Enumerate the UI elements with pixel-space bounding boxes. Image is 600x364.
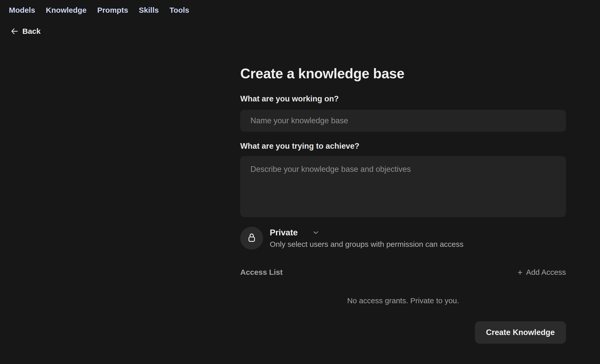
page-title: Create a knowledge base [240,65,566,82]
visibility-avatar [240,227,263,250]
nav-item-tools[interactable]: Tools [169,6,189,15]
chevron-down-icon [312,229,320,236]
add-access-button[interactable]: + Add Access [517,267,566,277]
top-nav: Models Knowledge Prompts Skills Tools [9,6,189,15]
visibility-dropdown-trigger[interactable]: Private [270,227,463,238]
create-knowledge-form: Create a knowledge base What are you wor… [240,65,566,344]
knowledge-base-description-input[interactable] [240,156,566,217]
visibility-selector: Private Only select users and groups wit… [240,227,566,250]
access-list-label: Access List [240,267,283,277]
nav-item-prompts[interactable]: Prompts [97,6,128,15]
description-field-label: What are you trying to achieve? [240,141,566,151]
access-empty-state: No access grants. Private to you. [240,296,566,306]
arrow-left-icon [10,27,19,36]
nav-item-models[interactable]: Models [9,6,35,15]
visibility-value: Private [270,227,298,238]
lock-icon [246,232,257,244]
nav-item-skills[interactable]: Skills [139,6,159,15]
create-knowledge-button[interactable]: Create Knowledge [475,321,566,344]
plus-icon: + [517,268,522,277]
back-label: Back [22,26,41,36]
visibility-description: Only select users and groups with permis… [270,239,463,249]
nav-item-knowledge[interactable]: Knowledge [46,6,86,15]
submit-row: Create Knowledge [240,321,566,344]
add-access-label: Add Access [526,267,566,277]
name-field-label: What are you working on? [240,94,566,104]
visibility-texts: Private Only select users and groups wit… [270,227,463,249]
knowledge-base-name-input[interactable] [240,110,566,132]
access-list-header: Access List + Add Access [240,267,566,277]
back-button[interactable]: Back [10,26,41,36]
